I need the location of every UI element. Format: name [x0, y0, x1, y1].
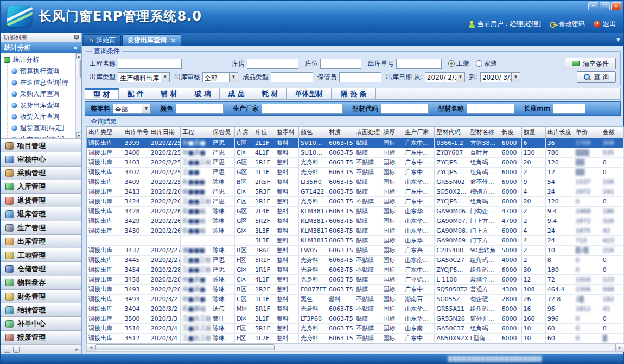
- column-header[interactable]: 出库类型: [87, 127, 123, 138]
- material-tab[interactable]: 配 件: [119, 88, 152, 99]
- column-header[interactable]: 型材名称: [468, 127, 500, 138]
- product-type-input[interactable]: [271, 72, 313, 82]
- table-row[interactable]: 调拨出库34092020/2/25长■■■陈琳B区2R5F整料LI35H0606…: [87, 177, 624, 187]
- sidebar-menu-item[interactable]: 报废管理: [1, 331, 81, 344]
- material-tab[interactable]: 单体型材: [287, 88, 332, 99]
- profile-code-input[interactable]: [381, 104, 429, 114]
- tree-item[interactable]: 在途信息查询[待: [4, 77, 75, 88]
- table-row[interactable]: 调拨出库34032020/2/25工■■工程严思G区1R1F整料光身料6063-…: [87, 157, 624, 167]
- scroll-right-icon[interactable]: ►: [615, 344, 624, 351]
- table-row[interactable]: 调拨出库34292020/2/26石■■城陈琳G区5R2F整料KLM381760…: [87, 216, 624, 226]
- whole-part-select[interactable]: 全部: [113, 104, 151, 114]
- column-header[interactable]: 工程: [180, 127, 211, 138]
- pin-icon[interactable]: [74, 35, 79, 40]
- tree-item[interactable]: 发货出库查询: [4, 100, 75, 111]
- date-from-select[interactable]: 2020/ 2/16: [425, 72, 465, 82]
- clear-button[interactable]: 清空条件: [565, 58, 616, 69]
- profile-name-input[interactable]: [467, 104, 514, 114]
- out-type-select[interactable]: 生产领料出库: [118, 72, 170, 82]
- table-row[interactable]: 调拨出库35002020/3/3工■共工程曹佳D区3L1F整料LT3P60606…: [87, 314, 624, 323]
- change-password-button[interactable]: 修改密码: [550, 20, 585, 29]
- column-header[interactable]: 表面处理: [354, 127, 381, 138]
- table-row[interactable]: 调拨出库34452020/2/27工■■工程严思F区5R1F整料光身料6063-…: [87, 255, 624, 265]
- table-row[interactable]: 调拨出库35102020/3/4工■共工程陈琳F区5R1F整料光身料6063-T…: [87, 323, 624, 333]
- material-tab[interactable]: 型 材: [85, 88, 119, 99]
- sidebar-menu-item[interactable]: 结转管理: [1, 303, 81, 317]
- tab-shipment-outbound-query[interactable]: 发货出库查询×: [122, 34, 181, 46]
- table-row[interactable]: 调拨出库34542020/2/28工■■工程严思G区1R1F整料光身料6063-…: [87, 265, 624, 274]
- sidebar-menu-item[interactable]: 工地管理: [1, 248, 81, 262]
- minimize-button[interactable]: ─: [588, 2, 598, 10]
- material-tab[interactable]: 耗 材: [253, 88, 287, 99]
- column-header[interactable]: 长度: [500, 127, 521, 138]
- project-name-input[interactable]: [118, 59, 182, 69]
- tab-list-icon[interactable]: ▼: [616, 37, 620, 42]
- column-header[interactable]: 库房: [234, 127, 253, 138]
- tree-item[interactable]: 采购入库查询: [4, 88, 75, 100]
- logout-button[interactable]: 退出: [594, 20, 616, 29]
- table-row[interactable]: 调拨出库34072020/2/25工■■严思G区1L1F整料光身料6063-T5…: [87, 167, 624, 177]
- more-icon[interactable]: »: [74, 346, 78, 353]
- collapse-icon[interactable]: «: [73, 44, 78, 52]
- warehouse-input[interactable]: [247, 59, 298, 69]
- vscroll-track[interactable]: [76, 79, 81, 132]
- column-header[interactable]: 生产厂家: [403, 127, 435, 138]
- sidebar-menu-item[interactable]: 财务管理: [1, 290, 81, 303]
- column-header[interactable]: 出库长度: [545, 127, 574, 138]
- dropdown-icon[interactable]: [456, 73, 464, 82]
- sidebar-menu-item[interactable]: 补单中心: [1, 317, 81, 330]
- table-row[interactable]: 调拨出库34582020/2/28华■原■陈琳C区4L1F整料光身料6063-T…: [87, 274, 624, 284]
- sidebar-menu-item[interactable]: 生产管理: [1, 221, 81, 235]
- sidebar-menu-item[interactable]: 入库管理: [1, 180, 81, 194]
- table-row[interactable]: 调拨出库34932020/2/28华■原■陈琳B区1R2F整料F8877FT60…: [87, 284, 624, 294]
- tree-item[interactable]: 收货入库查询: [4, 111, 75, 123]
- sidebar-group-header[interactable]: 统计分析 «: [1, 42, 81, 53]
- dropdown-icon[interactable]: [511, 73, 520, 82]
- search-button[interactable]: 查 询: [577, 71, 616, 83]
- sidebar-menu-item[interactable]: 采购管理: [1, 167, 81, 180]
- color-input[interactable]: [176, 104, 224, 114]
- sidebar-menu-item[interactable]: 审核中心: [1, 152, 81, 166]
- scroll-left-icon[interactable]: ◄: [87, 344, 95, 351]
- maximize-button[interactable]: □: [600, 2, 610, 10]
- folder-icon[interactable]: [4, 347, 10, 353]
- table-row[interactable]: 调拨出库34372020/2/27佛■■■陈琳B区3R6F整料FW056063-…: [87, 245, 624, 255]
- column-header[interactable]: 材质: [327, 127, 354, 138]
- column-header[interactable]: 整零料: [275, 127, 298, 138]
- column-header[interactable]: 库位: [253, 127, 275, 138]
- table-row[interactable]: 调拨出库34002020/2/25华■原■严思C区4L1F整料SU10…6063…: [87, 148, 624, 157]
- column-header[interactable]: 颜色: [299, 127, 327, 138]
- sidebar-menu-item[interactable]: 退货管理: [1, 194, 81, 207]
- table-row[interactable]: 调拨出库34282020/2/26石■■城陈琳G区2L4F整料KLM381760…: [87, 206, 624, 216]
- material-tab[interactable]: 玻 璃: [186, 88, 220, 99]
- material-tab[interactable]: 辅 材: [152, 88, 186, 99]
- radio-work-install[interactable]: [448, 60, 455, 67]
- column-header[interactable]: 膜厚: [381, 127, 403, 138]
- column-header[interactable]: 单价: [574, 127, 601, 138]
- tree-item[interactable]: 库存管理[待定]: [4, 134, 75, 139]
- tab-start-page[interactable]: 起始页: [84, 34, 121, 46]
- sidebar-menu-item[interactable]: 物料盘存: [1, 276, 81, 290]
- radio-home-install[interactable]: [476, 60, 482, 67]
- table-row[interactable]: 调拨出库33992020/2/25华■原■严思C区2L1F整料SV10…6063…: [87, 138, 624, 148]
- date-to-select[interactable]: 2020/ 3/16: [480, 72, 520, 82]
- sidebar-menu-item[interactable]: 退库管理: [1, 207, 81, 221]
- tree-root-item[interactable]: 统计分析: [4, 54, 75, 66]
- dropdown-icon[interactable]: [161, 73, 169, 82]
- dropdown-icon[interactable]: [229, 73, 238, 82]
- column-header[interactable]: 出库单号: [123, 127, 149, 138]
- manufacturer-input[interactable]: [262, 104, 343, 114]
- scroll-up-icon[interactable]: ▲: [76, 53, 81, 59]
- hscroll-track[interactable]: [275, 344, 615, 351]
- table-row[interactable]: 调拨出库34932020/3/2华■原■陈琳C区1L1F整料黑色塑料不贴膜国标湖…: [87, 294, 624, 304]
- tree-item[interactable]: 退货查询[待定]: [4, 123, 75, 134]
- length-input[interactable]: [553, 104, 585, 114]
- table-row[interactable]: 调拨出库34132020/2/26南■■■严思C区5R3F整料G71422606…: [87, 187, 624, 196]
- scroll-down-icon[interactable]: ▼: [76, 132, 81, 138]
- column-header[interactable]: 出库日期: [149, 127, 180, 138]
- table-row[interactable]: 调拨出库35122020/3/4工■共工程陈琳F区1L2F整料光身料6063-T…: [87, 333, 624, 343]
- table-row[interactable]: 3L3F整料KLM38176063-T5贴膜国标山东华…GA90M09…门下方6…: [87, 235, 624, 245]
- horizontal-scrollbar[interactable]: ◄ ►: [86, 343, 624, 352]
- tree-item[interactable]: 预算执行查询: [4, 66, 75, 77]
- vscroll-thumb[interactable]: [77, 60, 81, 78]
